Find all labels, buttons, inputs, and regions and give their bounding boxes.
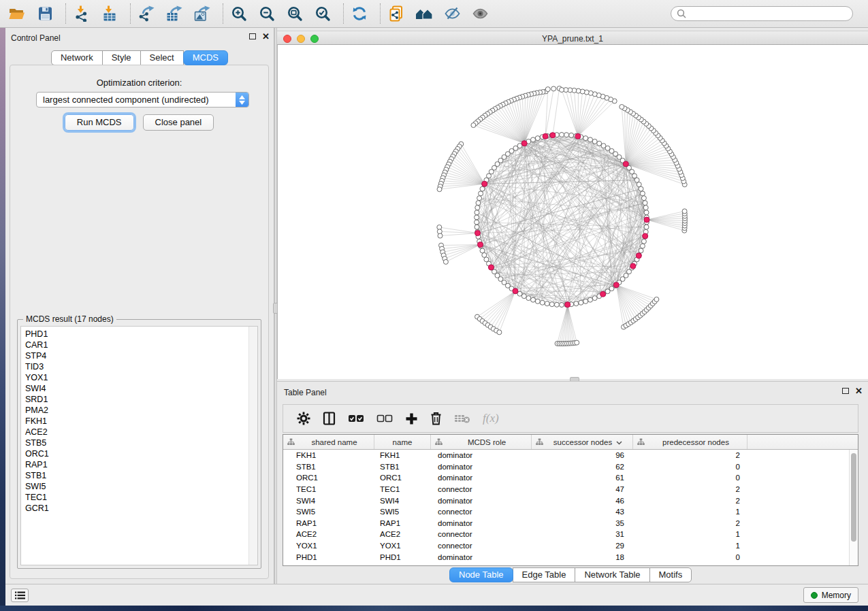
mcds-result-item[interactable]: RAP1 bbox=[25, 459, 248, 470]
zoom-out-icon[interactable] bbox=[258, 5, 276, 22]
scrollbar-thumb[interactable] bbox=[851, 453, 856, 542]
close-panel-icon[interactable]: ✕ bbox=[262, 33, 270, 39]
graph-nodes[interactable] bbox=[437, 86, 688, 346]
dropdown-stepper-icon bbox=[236, 92, 248, 108]
cell-successor_nodes: 47 bbox=[532, 485, 633, 493]
zoom-in-icon[interactable] bbox=[230, 5, 248, 22]
cell-mcds_role: connector bbox=[431, 542, 532, 550]
apply-function-icon[interactable]: f(x) bbox=[483, 412, 499, 425]
tab-node-table[interactable]: Node Table bbox=[449, 567, 513, 582]
table-row[interactable]: STB1STB1dominator620 bbox=[283, 461, 849, 473]
run-mcds-button[interactable]: Run MCDS bbox=[65, 114, 134, 131]
table-row[interactable]: SWI5SWI5connector431 bbox=[283, 506, 849, 518]
cell-shared_name: FKH1 bbox=[283, 451, 374, 459]
tab-mcds[interactable]: MCDS bbox=[183, 50, 228, 65]
tab-style[interactable]: Style bbox=[102, 50, 141, 65]
mcds-result-item[interactable]: FKH1 bbox=[25, 416, 248, 427]
show-all-icon[interactable] bbox=[471, 5, 489, 22]
table-row[interactable]: RAP1RAP1dominator352 bbox=[283, 518, 849, 529]
mcds-result-item[interactable]: ORC1 bbox=[25, 448, 248, 459]
mcds-result-item[interactable]: SWI5 bbox=[25, 481, 248, 492]
select-all-icon[interactable] bbox=[348, 414, 364, 423]
mcds-result-item[interactable]: ACE2 bbox=[25, 427, 248, 437]
delete-columns-icon[interactable] bbox=[430, 412, 442, 425]
memory-button[interactable]: Memory bbox=[803, 587, 858, 603]
cell-shared_name: ORC1 bbox=[283, 474, 374, 482]
column-header-shared-name[interactable]: shared name bbox=[283, 435, 374, 449]
network-window-titlebar[interactable]: YPA_prune.txt_1 bbox=[277, 31, 868, 45]
tab-edge-table[interactable]: Edge Table bbox=[513, 567, 576, 582]
column-header-MCDS-role[interactable]: MCDS role bbox=[431, 435, 532, 449]
mcds-list-scrollbar[interactable] bbox=[248, 327, 257, 565]
optimization-criterion-select[interactable]: largest connected component (undirected) bbox=[36, 92, 249, 108]
search-field[interactable] bbox=[671, 6, 853, 21]
refresh-view-icon[interactable] bbox=[351, 5, 368, 22]
export-image-icon[interactable] bbox=[193, 5, 211, 22]
mcds-result-item[interactable]: SWI4 bbox=[25, 383, 248, 394]
export-network-icon[interactable] bbox=[138, 5, 155, 22]
float-panel-icon[interactable] bbox=[249, 33, 256, 39]
mcds-result-item[interactable]: YOX1 bbox=[25, 372, 248, 383]
import-table-icon[interactable] bbox=[101, 5, 118, 22]
cell-name: ORC1 bbox=[374, 474, 431, 482]
new-annotation-icon[interactable] bbox=[387, 5, 405, 22]
save-session-icon[interactable] bbox=[36, 5, 54, 22]
mcds-result-item[interactable]: SRD1 bbox=[25, 394, 248, 405]
mcds-result-item[interactable]: PMA2 bbox=[25, 405, 248, 416]
table-tabs: Node TableEdge TableNetwork TableMotifs bbox=[449, 567, 692, 582]
table-row[interactable]: FKH1FKH1dominator962 bbox=[283, 450, 849, 461]
float-panel-icon[interactable] bbox=[842, 388, 849, 394]
export-table-icon[interactable] bbox=[165, 5, 183, 22]
table-row[interactable]: TEC1TEC1connector472 bbox=[283, 484, 849, 495]
tab-network-table[interactable]: Network Table bbox=[575, 567, 649, 582]
cell-mcds_role: dominator bbox=[431, 463, 532, 471]
table-row[interactable]: PHD1PHD1dominator180 bbox=[283, 551, 849, 563]
table-options-icon[interactable] bbox=[297, 412, 310, 425]
mcds-tab-content: Optimization criterion: largest connecte… bbox=[10, 65, 269, 579]
mcds-result-item[interactable]: STP4 bbox=[25, 350, 248, 361]
table-row[interactable]: ORC1ORC1dominator610 bbox=[283, 472, 849, 484]
close-panel-icon[interactable]: ✕ bbox=[855, 388, 863, 394]
mcds-result-item[interactable]: CAR1 bbox=[25, 340, 248, 350]
network-view-canvas[interactable] bbox=[277, 45, 868, 379]
mcds-result-item[interactable]: PHD1 bbox=[25, 329, 248, 340]
deselect-all-icon[interactable] bbox=[376, 414, 393, 423]
fit-content-icon[interactable] bbox=[286, 5, 304, 22]
table-row[interactable]: YOX1YOX1connector291 bbox=[283, 540, 849, 552]
delete-table-icon[interactable] bbox=[454, 413, 470, 424]
cell-name: ACE2 bbox=[374, 530, 431, 538]
add-column-icon[interactable] bbox=[405, 412, 418, 425]
mcds-result-item[interactable]: STB5 bbox=[25, 437, 248, 448]
hide-selected-icon[interactable] bbox=[443, 5, 461, 22]
column-header-name[interactable]: name bbox=[374, 435, 431, 449]
network-graph[interactable] bbox=[278, 45, 868, 379]
open-file-icon[interactable] bbox=[8, 5, 26, 22]
mcds-result-item[interactable]: TID3 bbox=[25, 361, 248, 372]
table-row[interactable]: SWI4SWI4dominator462 bbox=[283, 495, 849, 506]
mcds-result-item[interactable]: STB1 bbox=[25, 470, 248, 481]
memory-status-icon bbox=[811, 592, 818, 599]
tab-network[interactable]: Network bbox=[51, 50, 103, 65]
show-columns-icon[interactable] bbox=[323, 412, 336, 425]
memory-label: Memory bbox=[822, 591, 851, 600]
close-panel-button[interactable]: Close panel bbox=[143, 114, 214, 131]
column-header-predecessor-nodes[interactable]: predecessor nodes bbox=[633, 435, 748, 449]
column-header-successor-nodes[interactable]: successor nodes bbox=[532, 435, 633, 449]
zoom-selected-icon[interactable] bbox=[314, 5, 332, 22]
import-network-icon[interactable] bbox=[73, 5, 91, 22]
table-vertical-scrollbar[interactable] bbox=[849, 450, 858, 565]
mcds-result-item[interactable]: GCR1 bbox=[25, 503, 248, 514]
cell-successor_nodes: 18 bbox=[532, 553, 633, 561]
table-row[interactable]: ACE2ACE2connector311 bbox=[283, 529, 849, 540]
mcds-result-item[interactable]: TEC1 bbox=[25, 492, 248, 503]
cell-mcds_role: connector bbox=[431, 485, 532, 493]
tab-select[interactable]: Select bbox=[140, 50, 184, 65]
cell-name: PHD1 bbox=[374, 553, 431, 561]
first-neighbors-icon[interactable] bbox=[415, 5, 433, 22]
cell-predecessor_nodes: 2 bbox=[633, 451, 748, 459]
task-history-button[interactable] bbox=[11, 589, 29, 602]
network-and-table-region: YPA_prune.txt_1 Table Panel ✕ bbox=[277, 28, 868, 584]
tab-motifs[interactable]: Motifs bbox=[649, 567, 692, 582]
search-input[interactable] bbox=[690, 9, 847, 18]
cell-shared_name: ACE2 bbox=[283, 530, 374, 538]
